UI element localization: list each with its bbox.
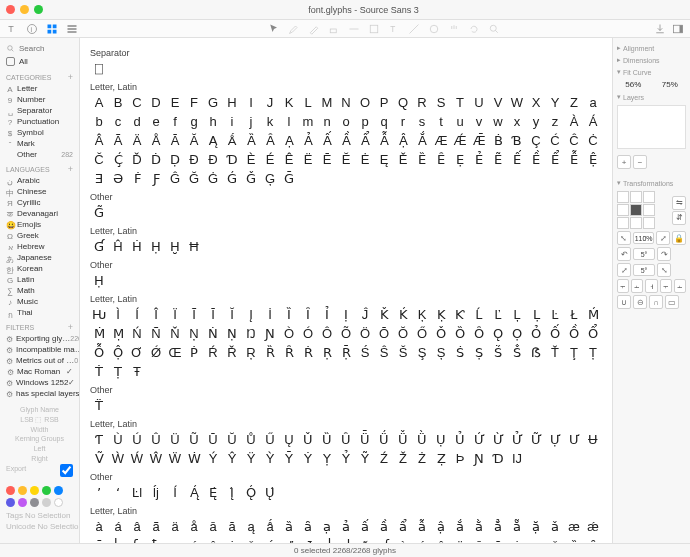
glyph-cell[interactable]: Ṙ <box>299 344 317 362</box>
glyph-cell[interactable]: æ <box>565 518 583 536</box>
glyph-cell[interactable]: Ʉ <box>584 431 602 449</box>
glyph-cell[interactable]: ă <box>223 518 241 536</box>
language-item[interactable]: あJapanese <box>0 252 79 263</box>
glyph-cell[interactable]: Ĭ <box>223 306 241 324</box>
layers-list[interactable] <box>617 105 686 149</box>
filter-item[interactable]: ⚙Metrics out of …0 <box>0 355 79 366</box>
glyph-cell[interactable]: Ỹ <box>356 450 374 468</box>
zoom-tool-icon[interactable] <box>488 23 500 35</box>
glyph-cell[interactable]: Ƕ <box>90 306 108 324</box>
filter-item[interactable]: ⚙Windows 1252✓ <box>0 377 79 388</box>
glyph-cell[interactable]: Ĝ <box>166 170 184 188</box>
glyph-cell[interactable]: Ŀ <box>546 306 564 324</box>
glyph-cell[interactable]: E <box>166 94 184 112</box>
glyph-cell[interactable]: Ǫ́ <box>242 484 260 502</box>
glyph-cell[interactable]: Ồ <box>565 325 583 343</box>
glyph-cell[interactable]: p <box>356 113 374 131</box>
glyph-cell[interactable]: ǎ <box>546 518 564 536</box>
glyph-cell[interactable]: á <box>109 518 127 536</box>
glyph-cell[interactable]: Ń <box>128 325 146 343</box>
glyph-cell[interactable]: ḃ <box>109 537 127 543</box>
glyph-cell[interactable]: Ò <box>280 325 298 343</box>
glyph-cell[interactable]: Ẩ <box>356 132 374 150</box>
glyph-cell[interactable]: Ĥ <box>109 238 127 256</box>
glyph-cell[interactable]: Ṁ <box>90 325 108 343</box>
color-swatch[interactable] <box>30 498 39 507</box>
glyph-cell[interactable]: Ź <box>375 450 393 468</box>
glyph-cell[interactable]: C <box>128 94 146 112</box>
glyph-cell[interactable]: Ȃ <box>261 132 279 150</box>
glyph-cell[interactable]: Ǖ <box>356 431 374 449</box>
add-language-icon[interactable]: + <box>68 164 73 174</box>
filter-item[interactable]: ⚙Incompatible ma…0 <box>0 344 79 355</box>
glyph-cell[interactable]: ẳ <box>489 518 507 536</box>
glyph-cell[interactable]: Ɗ <box>489 450 507 468</box>
glyph-cell[interactable]: Ů <box>242 431 260 449</box>
glyph-cell[interactable]: Ñ <box>147 325 165 343</box>
glyph-cell[interactable]: Œ <box>166 344 184 362</box>
fit-curve-section[interactable]: ▾Fit Curve <box>617 66 686 78</box>
glyph-cell[interactable]: Ỳ <box>261 450 279 468</box>
glyph-cell[interactable]: Ȇ <box>432 151 450 169</box>
knife-tool-icon[interactable] <box>348 23 360 35</box>
glyph-cell[interactable]: Ṽ <box>90 450 108 468</box>
glyph-cell[interactable]: Ǣ <box>470 132 488 150</box>
glyph-cell[interactable]: ắ <box>451 518 469 536</box>
font-view-icon[interactable]: T <box>6 23 18 35</box>
glyph-cell[interactable]: l <box>280 113 298 131</box>
glyph-cell[interactable]: n <box>318 113 336 131</box>
glyph-cell[interactable]: ĺj <box>147 484 165 502</box>
glyph-cell[interactable]: O <box>356 94 374 112</box>
glyph-cell[interactable]: ạ <box>318 518 336 536</box>
glyph-cell[interactable]: q <box>375 113 393 131</box>
glyph-cell[interactable]: Ģ <box>261 170 279 188</box>
glyph-cell[interactable]: Ǒ <box>432 325 450 343</box>
glyph-cell[interactable]: Ō <box>375 325 393 343</box>
glyph-cell[interactable]: Ȏ <box>470 325 488 343</box>
glyph-cell[interactable]: ĕ <box>489 537 507 543</box>
glyph-cell[interactable]: r <box>394 113 412 131</box>
bool-union-button[interactable]: ∪ <box>617 295 631 309</box>
glyph-cell[interactable]: Æ <box>432 132 450 150</box>
glyph-cell[interactable]: Õ <box>337 325 355 343</box>
glyph-cell[interactable]: t <box>432 113 450 131</box>
scale-value[interactable]: 110% <box>633 232 655 244</box>
glyph-cell[interactable]: Ē <box>318 151 336 169</box>
glyph-cell[interactable]: T̈ <box>90 397 108 415</box>
glyph-cell[interactable]: Ẹ <box>451 151 469 169</box>
glyph-cell[interactable]: ḉ <box>261 537 279 543</box>
glyph-cell[interactable]: Ļ <box>508 306 526 324</box>
glyph-cell[interactable]: Ę <box>375 151 393 169</box>
glyph-cell[interactable]: Ṃ <box>109 325 127 343</box>
glyph-cell[interactable]: Î <box>147 306 165 324</box>
glyph-cell[interactable]: Ĺ <box>470 306 488 324</box>
glyph-cell[interactable]: u <box>451 113 469 131</box>
glyph-cell[interactable]: è <box>394 537 412 543</box>
color-swatch[interactable] <box>18 486 27 495</box>
glyph-cell[interactable]: ą <box>242 518 260 536</box>
glyph-cell[interactable]: Ŭ <box>223 431 241 449</box>
color-swatch[interactable] <box>6 486 15 495</box>
glyph-cell[interactable]: Ş <box>413 344 431 362</box>
glyph-cell[interactable]: T <box>451 94 469 112</box>
glyph-cell[interactable]: Â <box>90 132 108 150</box>
category-item[interactable]: ALetter <box>0 83 79 94</box>
glyph-cell[interactable]: Q <box>394 94 412 112</box>
glyph-cell[interactable]: Ǜ <box>413 431 431 449</box>
glyph-cell[interactable]: Ţ <box>565 344 583 362</box>
glyph-cell[interactable]: G <box>204 94 222 112</box>
glyph-cell[interactable]: Ộ <box>109 344 127 362</box>
slant-value[interactable]: 5° <box>633 264 655 276</box>
align-top-button[interactable]: ⫟ <box>660 279 672 293</box>
glyph-cell[interactable]: Ĵ <box>356 306 374 324</box>
glyph-cell[interactable]: Ẁ <box>109 450 127 468</box>
glyph-cell[interactable]: Ķ <box>413 306 431 324</box>
glyph-cell[interactable]: À <box>565 113 583 131</box>
glyph-cell[interactable]: c <box>109 113 127 131</box>
glyph-cell[interactable]: Ș <box>432 344 450 362</box>
add-filter-icon[interactable]: + <box>68 322 73 332</box>
glyph-cell[interactable]: Ị <box>337 306 355 324</box>
glyph-cell[interactable]: ĉ <box>204 537 222 543</box>
glyph-cell[interactable]: Ŧ <box>128 363 146 381</box>
bool-subtract-button[interactable]: ⊖ <box>633 295 647 309</box>
